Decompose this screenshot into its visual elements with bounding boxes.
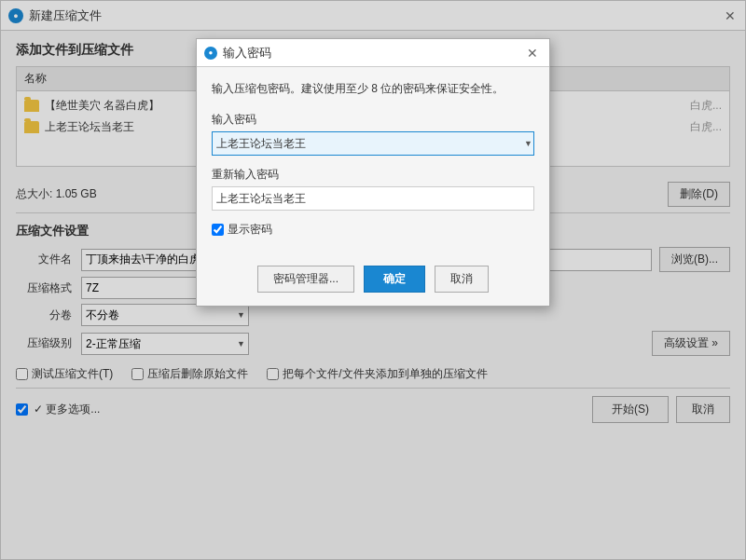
show-password-checkbox[interactable] [212,224,224,236]
modal-title-bar: ● 输入密码 ✕ [197,39,549,67]
pwd-manager-button[interactable]: 密码管理器... [257,266,354,293]
modal-title: 输入密码 [223,45,271,61]
modal-app-icon: ● [204,47,217,60]
modal-body: 输入压缩包密码。建议使用至少 8 位的密码来保证安全性。 输入密码 ▼ 重新输入… [197,67,549,266]
password-label: 输入密码 [212,112,534,128]
modal-title-left: ● 输入密码 [204,45,271,61]
modal-overlay: ● 输入密码 ✕ 输入压缩包密码。建议使用至少 8 位的密码来保证安全性。 输入… [1,1,745,559]
modal-description: 输入压缩包密码。建议使用至少 8 位的密码来保证安全性。 [212,80,534,97]
modal-close-button[interactable]: ✕ [523,44,542,62]
confirm-button[interactable]: 确定 [364,266,425,293]
main-window: ● 新建压缩文件 ✕ 添加文件到压缩文件 名称 【绝世美穴 名器白虎】 白虎..… [0,0,746,560]
password-dropdown-icon[interactable]: ▼ [524,139,532,148]
modal-cancel-button[interactable]: 取消 [435,266,489,293]
modal-footer: 密码管理器... 确定 取消 [197,266,549,306]
show-password-label: 显示密码 [228,222,272,238]
confirm-input[interactable] [212,186,534,211]
confirm-label: 重新输入密码 [212,167,534,183]
password-dialog: ● 输入密码 ✕ 输入压缩包密码。建议使用至少 8 位的密码来保证安全性。 输入… [196,38,550,307]
password-input[interactable] [212,131,534,156]
show-password-row: 显示密码 [212,222,534,238]
password-input-wrapper: ▼ [212,131,534,156]
